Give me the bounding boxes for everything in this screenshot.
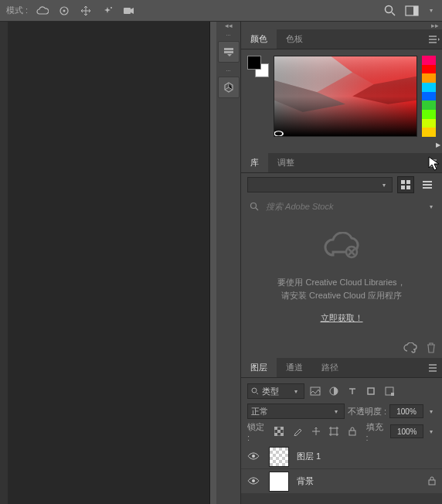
opacity-chevron-icon[interactable]: ▾ [427, 408, 436, 415]
svg-rect-36 [280, 433, 284, 436]
tab-swatches[interactable]: 色板 [277, 29, 312, 49]
layer-filter-kind[interactable]: 类型 ▾ [247, 383, 304, 399]
move-tool-icon[interactable] [79, 4, 93, 18]
svg-point-1 [63, 9, 66, 12]
opacity-label: 不透明度 : [348, 406, 386, 417]
search-chevron-icon[interactable]: ▾ [427, 203, 436, 210]
filter-type-icon[interactable] [345, 383, 360, 399]
lock-icon [428, 476, 436, 487]
svg-point-40 [252, 479, 255, 482]
panel-menu-icon[interactable] [427, 153, 442, 172]
hue-slider[interactable] [422, 56, 436, 137]
lock-artboard-icon[interactable] [326, 424, 342, 439]
visibility-icon[interactable] [247, 451, 261, 462]
svg-rect-37 [331, 428, 337, 434]
svg-rect-14 [274, 56, 416, 136]
svg-rect-28 [368, 388, 374, 394]
visibility-icon[interactable] [247, 476, 261, 487]
opacity-input[interactable]: 100% [389, 404, 423, 418]
svg-rect-38 [349, 431, 355, 435]
canvas-area [0, 22, 216, 504]
tab-channels[interactable]: 通道 [277, 358, 312, 377]
svg-rect-16 [401, 180, 405, 184]
svg-rect-35 [274, 433, 277, 436]
svg-rect-20 [423, 181, 432, 182]
search-icon [247, 199, 261, 213]
grid-view-button[interactable] [397, 176, 414, 193]
lock-transparent-icon[interactable] [272, 424, 287, 439]
svg-rect-33 [280, 427, 284, 430]
dock-button-history[interactable] [218, 41, 240, 63]
layer-name[interactable]: 背景 [297, 475, 420, 487]
svg-rect-19 [406, 186, 410, 189]
blend-mode-select[interactable]: 正常▾ [247, 404, 345, 419]
foreground-color[interactable] [247, 56, 261, 70]
svg-rect-41 [429, 480, 435, 485]
lock-label: 锁定 : [247, 421, 269, 442]
library-select[interactable]: ▾ [247, 177, 393, 192]
fill-label: 填充 : [366, 421, 388, 442]
layer-row[interactable]: 图层 1 [241, 444, 442, 469]
filter-image-icon[interactable] [308, 383, 323, 399]
svg-rect-32 [274, 427, 277, 430]
panel-menu-icon[interactable] [427, 29, 442, 49]
list-view-button[interactable] [419, 176, 436, 193]
workspace-chevron-icon[interactable]: ▾ [427, 7, 436, 14]
layer-thumbnail[interactable] [269, 447, 289, 467]
cc-get-link[interactable]: 立即获取！ [321, 312, 363, 324]
lock-paint-icon[interactable] [290, 424, 305, 439]
tab-library[interactable]: 库 [241, 153, 268, 172]
svg-rect-18 [401, 186, 405, 189]
svg-rect-30 [391, 393, 394, 396]
svg-rect-8 [224, 51, 233, 53]
svg-rect-3 [124, 8, 131, 14]
lock-position-icon[interactable] [308, 424, 324, 439]
sparkle-tool-icon[interactable] [100, 4, 114, 18]
svg-point-25 [252, 388, 257, 393]
layer-thumbnail[interactable] [269, 472, 289, 492]
tab-adjustments[interactable]: 调整 [268, 153, 304, 172]
collapse-left-icon[interactable]: ◂◂ [216, 22, 240, 29]
svg-rect-21 [423, 184, 432, 186]
tab-paths[interactable]: 路径 [312, 358, 348, 377]
svg-point-2 [110, 7, 112, 9]
dock-label-2: ··· [226, 68, 231, 74]
tab-color[interactable]: 颜色 [241, 29, 277, 49]
mode-label: 模式 : [6, 5, 28, 16]
video-tool-icon[interactable] [122, 4, 136, 18]
cc-message-line1: 要使用 Creative Cloud Libraries， [277, 276, 405, 289]
foreground-background-swatch[interactable] [247, 56, 269, 77]
svg-rect-17 [406, 180, 410, 184]
svg-point-4 [386, 5, 393, 12]
stock-search-input[interactable]: 搜索 Adobe Stock [266, 201, 422, 213]
dock-button-3d[interactable] [218, 77, 240, 98]
svg-point-23 [251, 203, 257, 209]
filter-adjustment-icon[interactable] [326, 383, 342, 399]
search-icon[interactable] [383, 4, 397, 18]
cc-message-line2: 请安装 Creative Cloud 应用程序 [281, 289, 402, 302]
expand-right-icon[interactable]: ▸▸ [241, 22, 442, 29]
filter-smartobject-icon[interactable] [382, 383, 397, 399]
hue-indicator-icon: ▶ [436, 141, 440, 148]
trash-icon[interactable] [427, 342, 436, 355]
svg-rect-7 [224, 48, 233, 50]
cloud-icon[interactable] [36, 4, 49, 18]
dock-label-1: ··· [226, 32, 231, 39]
layer-row[interactable]: 背景 [241, 469, 442, 494]
svg-rect-34 [277, 430, 280, 433]
filter-shape-icon[interactable] [363, 383, 379, 399]
panel-menu-icon[interactable] [427, 358, 442, 377]
workspace-icon[interactable] [405, 4, 419, 18]
svg-rect-22 [423, 187, 432, 189]
svg-point-39 [252, 455, 255, 458]
layer-name[interactable]: 图层 1 [297, 451, 436, 462]
lock-all-icon[interactable] [345, 424, 360, 439]
color-spectrum[interactable] [274, 56, 417, 137]
fill-input[interactable]: 100% [390, 424, 423, 438]
fill-chevron-icon[interactable]: ▾ [427, 428, 436, 435]
circle-tool-icon[interactable] [57, 4, 71, 18]
tab-layers[interactable]: 图层 [241, 358, 277, 377]
cloud-disabled-icon [322, 232, 361, 267]
svg-rect-6 [413, 6, 418, 15]
cloud-sync-icon[interactable] [403, 342, 417, 355]
